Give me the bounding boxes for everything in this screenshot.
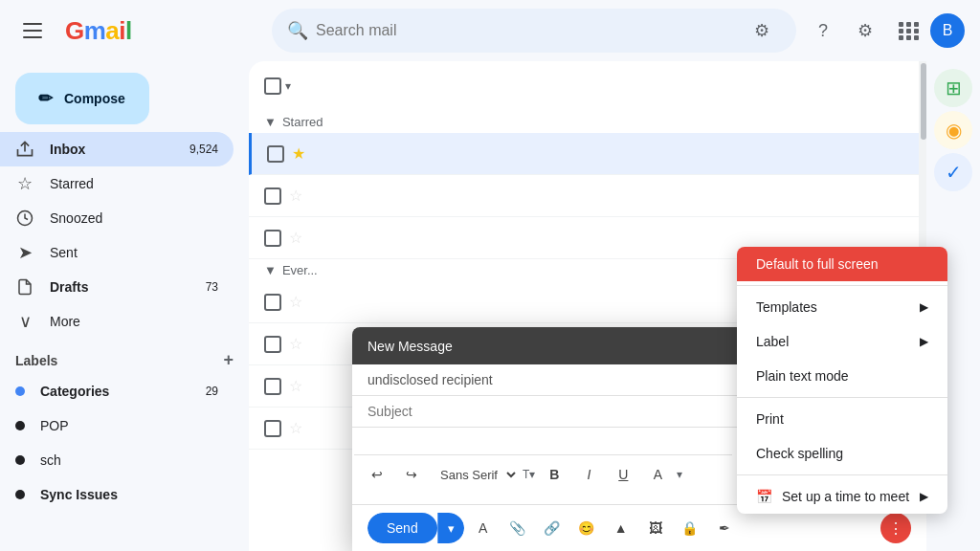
settings-button[interactable]: ⚙ (846, 11, 884, 50)
ctx-label-label: Label (756, 334, 789, 349)
email-checkbox[interactable] (264, 294, 281, 311)
ctx-item-plain-text[interactable]: Plain text mode (737, 359, 947, 393)
star-icon[interactable]: ☆ (289, 293, 302, 311)
email-checkbox[interactable] (264, 187, 281, 205)
keep-button[interactable]: ◉ (934, 111, 972, 149)
underline-button[interactable]: U (608, 459, 638, 490)
labels-section-header: Labels + (0, 339, 249, 374)
pop-label: POP (40, 418, 218, 433)
compose-label: Compose (64, 91, 125, 106)
redo-button[interactable]: ↪ (396, 459, 427, 490)
ctx-label-set-time: Set up a time to meet (782, 489, 909, 504)
apps-button[interactable] (888, 11, 926, 50)
table-row[interactable]: ☆ (249, 175, 926, 217)
sidebar-item-sent[interactable]: ➤ Sent (0, 235, 234, 270)
bold-button[interactable]: B (539, 459, 569, 490)
sidebar-item-categories[interactable]: Categories 29 (0, 374, 234, 408)
send-dropdown-button[interactable]: ▾ (437, 513, 464, 543)
menu-button[interactable] (15, 11, 54, 50)
categories-label: Categories (40, 384, 190, 399)
email-checkbox[interactable] (264, 378, 281, 395)
font-family-select[interactable]: Sans Serif (431, 463, 519, 487)
link-button[interactable]: 🔗 (537, 513, 568, 543)
color-dropdown-icon[interactable]: ▾ (677, 468, 682, 481)
starred-section[interactable]: ▼ Starred (249, 111, 926, 133)
text-color-btn[interactable]: A (642, 459, 673, 490)
add-label-button[interactable]: + (223, 350, 234, 370)
email-checkbox[interactable] (264, 230, 281, 247)
ctx-item-print[interactable]: Print (737, 402, 947, 436)
sidebar-item-drafts[interactable]: Drafts 73 (0, 270, 234, 304)
ctx-item-check-spelling[interactable]: Check spelling (737, 436, 947, 471)
sheets-button[interactable]: ⊞ (934, 69, 972, 107)
email-checkbox[interactable] (264, 336, 281, 353)
italic-button[interactable]: I (573, 459, 604, 490)
sidebar-item-inbox[interactable]: Inbox 9,524 (0, 132, 234, 166)
select-all-wrap: ▾ (264, 77, 291, 95)
avatar[interactable]: B (930, 13, 965, 48)
send-group: Send ▾ (368, 513, 464, 543)
categories-color-dot (15, 386, 25, 396)
font-size-dropdown[interactable]: T▾ (523, 468, 535, 481)
photo-button[interactable]: 🖼 (640, 513, 671, 543)
select-dropdown-icon[interactable]: ▾ (285, 79, 291, 93)
emoji-button[interactable]: 😊 (571, 513, 602, 543)
settings-icon: ⚙ (858, 20, 873, 41)
ctx-label-print: Print (756, 411, 784, 427)
star-icon[interactable]: ☆ (289, 335, 302, 353)
ctx-item-set-time[interactable]: 📅 Set up a time to meet ▶ (737, 479, 947, 514)
star-icon[interactable]: ☆ (289, 377, 302, 395)
help-button[interactable]: ? (804, 11, 842, 50)
calendar-icon: 📅 (756, 489, 772, 504)
sync-issues-label: Sync Issues (40, 487, 218, 502)
header: Gmail 🔍 ⚙ ? ⚙ (0, 0, 980, 61)
starred-section-label: Starred (282, 115, 323, 129)
scroll-thumb[interactable] (921, 63, 926, 140)
help-icon: ? (818, 21, 828, 41)
starred-label: Starred (50, 176, 218, 191)
compose-button[interactable]: ✏ Compose (15, 73, 149, 124)
more-options-button[interactable]: ⋮ (880, 513, 911, 543)
sidebar-item-snoozed[interactable]: Snoozed (0, 201, 234, 235)
search-input[interactable] (316, 22, 735, 39)
ctx-item-label[interactable]: Label ▶ (737, 324, 947, 359)
search-bar[interactable]: 🔍 ⚙ (272, 9, 796, 53)
email-checkbox[interactable] (264, 420, 281, 437)
send-button[interactable]: Send (368, 513, 437, 543)
ctx-item-templates[interactable]: Templates ▶ (737, 290, 947, 324)
drafts-icon (15, 278, 34, 296)
undo-button[interactable]: ↩ (362, 459, 392, 490)
star-icon[interactable]: ☆ (289, 187, 302, 205)
sidebar-item-sync-issues[interactable]: Sync Issues (0, 477, 234, 512)
gmail-logo: Gmail (65, 16, 132, 46)
sent-label: Sent (50, 245, 218, 260)
star-icon[interactable]: ☆ (289, 419, 302, 437)
hamburger-icon (23, 19, 46, 42)
drive-button[interactable]: ▲ (606, 513, 636, 543)
tasks-button[interactable]: ✓ (934, 153, 972, 191)
text-color-icon: A (479, 520, 487, 536)
search-filter-button[interactable]: ⚙ (743, 11, 781, 50)
sidebar-item-sch[interactable]: sch (0, 443, 234, 477)
sch-label: sch (40, 452, 218, 468)
more-vert-icon: ⋮ (888, 519, 903, 538)
star-icon[interactable]: ★ (292, 144, 305, 163)
sidebar-item-more[interactable]: ∨ More (0, 304, 234, 339)
email-checkbox[interactable] (267, 145, 284, 163)
formatting-button[interactable]: A (468, 513, 499, 543)
sidebar-item-pop[interactable]: POP (0, 408, 234, 443)
select-all-checkbox[interactable] (264, 77, 281, 95)
table-row[interactable]: ★ (249, 133, 926, 175)
tasks-icon: ✓ (946, 161, 962, 184)
pop-color-dot (15, 421, 25, 430)
star-icon[interactable]: ☆ (289, 229, 302, 247)
categories-count: 29 (206, 385, 218, 398)
snoozed-label: Snoozed (50, 210, 218, 226)
attach-button[interactable]: 📎 (502, 513, 533, 543)
signature-button[interactable]: ✒ (709, 513, 740, 543)
ctx-item-default-fullscreen[interactable]: Default to full screen (737, 247, 947, 281)
drafts-count: 73 (206, 280, 218, 294)
lock-button[interactable]: 🔒 (675, 513, 705, 543)
sidebar-item-starred[interactable]: ☆ Starred (0, 166, 234, 201)
format-toolbar: ↩ ↪ Sans Serif T▾ B I U A ▾ (354, 454, 732, 494)
